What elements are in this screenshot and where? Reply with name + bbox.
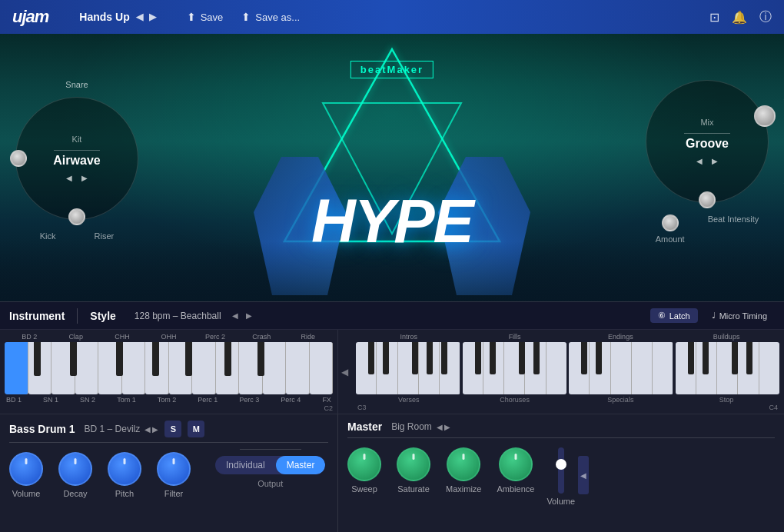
sweep-knob[interactable] [347, 447, 381, 481]
master-next[interactable]: ▶ [444, 423, 450, 431]
style-keyboard-fills[interactable] [463, 342, 567, 394]
hero-section: beatMaker HYPE Snare Kit Airwave ◀ ▶ Kic… [0, 34, 784, 303]
key-bd1[interactable] [5, 342, 28, 394]
mix-prev-button[interactable]: ◀ [696, 157, 703, 165]
black-key-3[interactable] [116, 342, 123, 376]
black-key-2[interactable] [70, 342, 77, 376]
style-top-labels: Intros Fills Endings Buildups [356, 333, 779, 341]
save-as-button[interactable]: ⬆ Save as... [241, 11, 300, 23]
saturate-label: Saturate [397, 484, 430, 494]
style-label-buildups: Buildups [673, 333, 779, 341]
arc-indicator [772, 99, 784, 185]
bottom-label-tom1: Tom 1 [117, 396, 136, 404]
latch-button[interactable]: ⑥ Latch [650, 308, 698, 323]
filter-knob[interactable] [157, 452, 191, 486]
kit-small-knob[interactable] [10, 150, 27, 167]
black-key-7[interactable] [257, 342, 264, 376]
key-extra3[interactable] [263, 342, 287, 394]
bottom-label-perc1: Perc 1 [198, 396, 218, 404]
kit-bottom-knob[interactable] [68, 208, 85, 225]
style-keyboard-section: Intros Fills Endings Buildups [351, 330, 784, 414]
drum-labels-bottom: BD 1 SN 1 SN 2 Tom 1 Tom 2 Perc 1 Perc 3… [5, 394, 333, 404]
preset-next-button[interactable]: ▶ [149, 12, 156, 22]
style-label-verses: Verses [356, 396, 462, 404]
bpm-prev[interactable]: ◀ [232, 311, 238, 320]
key-tom1[interactable] [75, 342, 99, 394]
save-button[interactable]: ⬆ Save [187, 11, 224, 23]
bpm-next[interactable]: ▶ [246, 311, 252, 320]
drum-label-1: Clap [52, 333, 98, 341]
key-extra4[interactable] [286, 342, 310, 394]
key-fx[interactable] [192, 342, 216, 394]
c2-marker: C2 [5, 404, 333, 412]
bottom-label-sn1: SN 1 [43, 396, 58, 404]
volume-slider-thumb[interactable] [556, 459, 566, 470]
amount-knob[interactable] [662, 214, 679, 231]
master-button[interactable]: Master [276, 456, 326, 474]
style-note-markers: C3 C4 [356, 404, 779, 411]
black-key-4[interactable] [152, 342, 159, 376]
drum-label-5: Crash [238, 333, 284, 341]
pitch-knob[interactable] [108, 452, 141, 486]
instrument-keyboard[interactable] [5, 342, 333, 394]
bass-drum-preset: BD 1 – Devilz [85, 424, 141, 434]
expand-left[interactable]: ◀ [338, 330, 351, 414]
kit-nav: ◀ ▶ [66, 174, 88, 182]
output-label: Output [257, 479, 283, 488]
mix-circle: Mix Groove ◀ ▶ [646, 80, 769, 203]
key-extra5[interactable] [310, 342, 334, 394]
ambience-knob[interactable] [499, 447, 533, 481]
micro-timing-button[interactable]: ♩ Micro Timing [704, 308, 775, 323]
s-button[interactable]: S [164, 421, 181, 437]
top-right-controls: ⊡ 🔔 ⓘ [709, 9, 772, 25]
preset-prev-button[interactable]: ◀ [136, 12, 143, 22]
kit-next-button[interactable]: ▶ [81, 174, 88, 182]
pitch-knob-item: Pitch [108, 452, 141, 498]
m-button[interactable]: M [188, 421, 204, 437]
black-key-5[interactable] [185, 342, 192, 376]
volume-label: Volume [12, 489, 41, 498]
pitch-label: Pitch [115, 489, 134, 498]
collapse-section: ◀ [578, 444, 589, 506]
amount-beat-controls: Amount Beat Intensity [656, 214, 759, 244]
black-key-6[interactable] [224, 342, 231, 376]
bass-drum-prev[interactable]: ◀ [145, 425, 151, 434]
ambience-label: Ambience [497, 484, 534, 494]
kick-riser-labels: Kick Riser [40, 231, 114, 241]
bass-drum-title: Bass Drum 1 [9, 423, 75, 435]
bottom-controls: Bass Drum 1 BD 1 – Devilz ◀ ▶ S M Volume… [0, 414, 784, 532]
volume-knob[interactable] [9, 452, 43, 486]
collapse-button[interactable]: ◀ [578, 456, 589, 494]
maximize-knob[interactable] [447, 447, 480, 481]
header-divider [77, 308, 78, 324]
master-title: Master [347, 421, 382, 433]
decay-knob[interactable] [58, 452, 92, 486]
output-section: Individual Master Output [203, 449, 337, 500]
saturate-knob[interactable] [397, 447, 430, 481]
expand-icon[interactable]: ⊡ [709, 10, 719, 25]
info-icon[interactable]: ⓘ [759, 9, 772, 25]
individual-master-toggle: Individual Master [215, 456, 325, 474]
master-prev[interactable]: ◀ [437, 423, 443, 431]
bass-drum-knobs-output: Volume Decay Pitch Filter [9, 449, 328, 501]
kit-section-label: Kit [72, 135, 82, 144]
mix-bottom-knob[interactable] [699, 191, 716, 208]
style-keyboard-endings[interactable] [569, 342, 673, 394]
riser-label: Riser [95, 231, 115, 241]
bottom-label-perc3: Perc 3 [239, 396, 259, 404]
kit-prev-button[interactable]: ◀ [66, 174, 72, 182]
mix-name: Groove [686, 137, 729, 151]
style-keyboard-intros[interactable] [356, 342, 460, 394]
output-separator [240, 449, 301, 450]
mix-next-button[interactable]: ▶ [712, 157, 718, 165]
individual-button[interactable]: Individual [215, 456, 276, 474]
kit-circle: Kit Airwave ◀ ▶ [15, 97, 138, 220]
bass-drum-next[interactable]: ▶ [152, 425, 158, 434]
master-preset: Big Room [391, 421, 432, 432]
black-key-1[interactable] [34, 342, 41, 376]
bell-icon[interactable]: 🔔 [732, 10, 747, 25]
key-perc1[interactable] [122, 342, 146, 394]
style-keyboard-buildups[interactable] [676, 342, 780, 394]
style-section-header: Style 128 bpm – Beachball ◀ ▶ [90, 310, 251, 322]
volume-slider[interactable] [558, 447, 564, 494]
